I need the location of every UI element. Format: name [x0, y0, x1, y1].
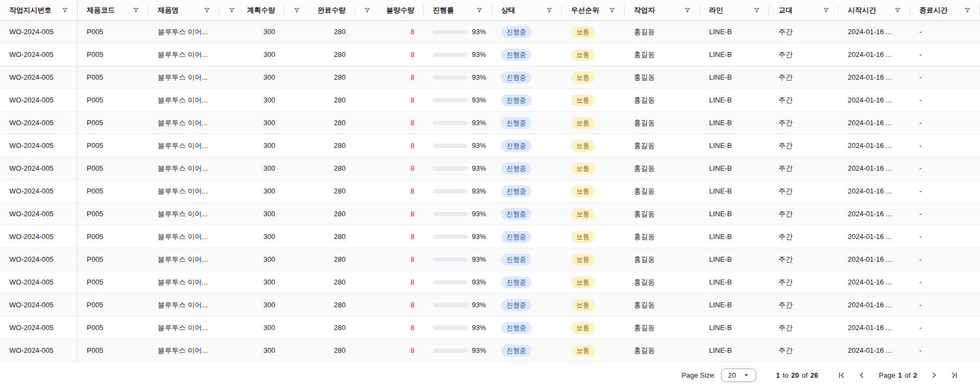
- column-header-completed-qty[interactable]: 완료수량: [284, 0, 355, 20]
- column-header-label: 종료시간: [919, 5, 947, 15]
- cell-order-no: WO-2024-005: [0, 203, 77, 225]
- funnel-icon[interactable]: [62, 7, 68, 14]
- cell-product-name: 블루투스 이어...: [148, 21, 219, 43]
- page-size-group: Page Size: 20: [682, 368, 756, 382]
- cell-value: WO-2024-005: [9, 324, 54, 332]
- cell-product-code: P005: [77, 21, 148, 43]
- pagination-nav: Page 1 of 2: [838, 371, 958, 379]
- funnel-icon[interactable]: [294, 7, 300, 14]
- cell-shift: 주간: [769, 316, 839, 339]
- cell-completed-qty: 280: [284, 203, 355, 225]
- column-header-worker[interactable]: 작업자: [625, 0, 700, 20]
- funnel-icon[interactable]: [754, 7, 760, 14]
- cell-value: WO-2024-005: [9, 255, 54, 263]
- funnel-icon[interactable]: [964, 7, 971, 14]
- first-page-icon: [838, 371, 846, 379]
- column-header-order-no[interactable]: 작업지시번호: [0, 0, 77, 20]
- column-header-label: 제품코드: [87, 5, 115, 15]
- table-row[interactable]: WO-2024-005P005블루투스 이어...300280893%진행중보통…: [0, 294, 980, 316]
- page-size-select[interactable]: 20: [721, 368, 756, 382]
- column-header-label: 완료수량: [317, 5, 346, 15]
- cell-line: LINE-B: [700, 294, 769, 316]
- cell-value: 홍길동: [634, 27, 655, 37]
- cell-order-no: WO-2024-005: [0, 66, 77, 88]
- funnel-icon[interactable]: [204, 7, 210, 14]
- column-header-status[interactable]: 상태: [492, 0, 562, 20]
- table-row[interactable]: WO-2024-005P005블루투스 이어...300280893%진행중보통…: [0, 225, 980, 248]
- table-row[interactable]: WO-2024-005P005블루투스 이어...300280893%진행중보통…: [0, 316, 980, 339]
- priority-badge: 보통: [571, 208, 595, 220]
- next-page-icon: [930, 371, 938, 379]
- column-header-product-name[interactable]: 제품명: [148, 0, 219, 20]
- column-header-shift[interactable]: 교대: [769, 0, 839, 20]
- status-badge: 진행중: [501, 49, 531, 61]
- cell-order-no: WO-2024-005: [0, 225, 77, 248]
- funnel-icon[interactable]: [229, 7, 235, 14]
- column-header-product-code[interactable]: 제품코드: [77, 0, 148, 20]
- column-header-start-time[interactable]: 시작시간: [839, 0, 910, 20]
- table-row[interactable]: WO-2024-005P005블루투스 이어...300280893%진행중보통…: [0, 134, 980, 157]
- cell-shift: 주간: [769, 89, 839, 111]
- cell-order-no: WO-2024-005: [0, 180, 77, 202]
- cell-value: 8: [411, 73, 414, 81]
- progress-bar: [433, 53, 468, 57]
- table-row[interactable]: WO-2024-005P005블루투스 이어...300280893%진행중보통…: [0, 43, 980, 66]
- cell-value: 2024-01-16 ...: [848, 28, 892, 36]
- cell-planned-qty: 300: [219, 21, 284, 43]
- cell-value: 주간: [778, 73, 793, 82]
- priority-badge: 보통: [571, 140, 595, 152]
- funnel-icon[interactable]: [684, 7, 691, 14]
- column-header-progress[interactable]: 진행률: [424, 0, 492, 20]
- cell-status: 진행중: [492, 294, 562, 316]
- row-range-summary: 1 to 20 of 26: [776, 371, 818, 379]
- cell-priority: 보통: [562, 157, 625, 179]
- first-page-button[interactable]: [838, 371, 846, 379]
- table-row[interactable]: WO-2024-005P005블루투스 이어...300280893%진행중보통…: [0, 203, 980, 225]
- cell-end-time: -: [910, 180, 980, 202]
- next-page-button[interactable]: [930, 371, 938, 379]
- cell-worker: 홍길동: [625, 21, 700, 43]
- table-row[interactable]: WO-2024-005P005블루투스 이어...300280893%진행중보통…: [0, 89, 980, 112]
- cell-value: 8: [411, 278, 414, 286]
- cell-priority: 보통: [562, 225, 625, 248]
- column-header-priority[interactable]: 우선순위: [562, 0, 625, 20]
- column-header-line[interactable]: 라인: [700, 0, 769, 20]
- table-row[interactable]: WO-2024-005P005블루투스 이어...300280893%진행중보통…: [0, 157, 980, 180]
- funnel-icon[interactable]: [133, 7, 139, 14]
- table-row[interactable]: WO-2024-005P005블루투스 이어...300280893%진행중보통…: [0, 271, 980, 294]
- funnel-icon[interactable]: [609, 7, 615, 14]
- previous-page-button[interactable]: [858, 371, 866, 379]
- table-row[interactable]: WO-2024-005P005블루투스 이어...300280893%진행중보통…: [0, 339, 980, 362]
- pagination-bar: Page Size: 20 1 to 20 of 26: [0, 362, 980, 388]
- funnel-icon[interactable]: [476, 7, 483, 14]
- last-page-button[interactable]: [950, 371, 958, 379]
- funnel-icon[interactable]: [894, 7, 901, 14]
- table-row[interactable]: WO-2024-005P005블루투스 이어...300280893%진행중보통…: [0, 66, 980, 89]
- cell-value: LINE-B: [709, 210, 732, 218]
- table-row[interactable]: WO-2024-005P005블루투스 이어...300280893%진행중보통…: [0, 248, 980, 271]
- funnel-icon[interactable]: [823, 7, 829, 14]
- table-row[interactable]: WO-2024-005P005블루투스 이어...300280893%진행중보통…: [0, 21, 980, 43]
- cell-order-no: WO-2024-005: [0, 134, 77, 157]
- progress-cell: 93%: [433, 50, 486, 59]
- table-row[interactable]: WO-2024-005P005블루투스 이어...300280893%진행중보통…: [0, 112, 980, 134]
- cell-value: 280: [334, 232, 346, 241]
- cell-start-time: 2024-01-16 ...: [839, 21, 910, 43]
- cell-completed-qty: 280: [284, 66, 355, 88]
- table-row[interactable]: WO-2024-005P005블루투스 이어...300280893%진행중보통…: [0, 180, 980, 203]
- cell-value: -: [919, 28, 921, 36]
- cell-value: -: [919, 255, 921, 263]
- column-header-end-time[interactable]: 종료시간: [910, 0, 980, 20]
- cell-value: 300: [263, 255, 275, 263]
- progress-bar: [433, 280, 468, 284]
- column-header-defect-qty[interactable]: 불량수량: [355, 0, 424, 20]
- cell-product-code: P005: [77, 157, 148, 179]
- cell-value: 블루투스 이어...: [158, 346, 207, 355]
- funnel-icon[interactable]: [364, 7, 371, 14]
- column-header-planned-qty[interactable]: 계획수량: [219, 0, 284, 20]
- cell-value: 블루투스 이어...: [158, 255, 207, 264]
- cell-value: 홍길동: [634, 141, 655, 151]
- cell-completed-qty: 280: [284, 157, 355, 179]
- cell-shift: 주간: [769, 225, 839, 248]
- funnel-icon[interactable]: [546, 7, 553, 14]
